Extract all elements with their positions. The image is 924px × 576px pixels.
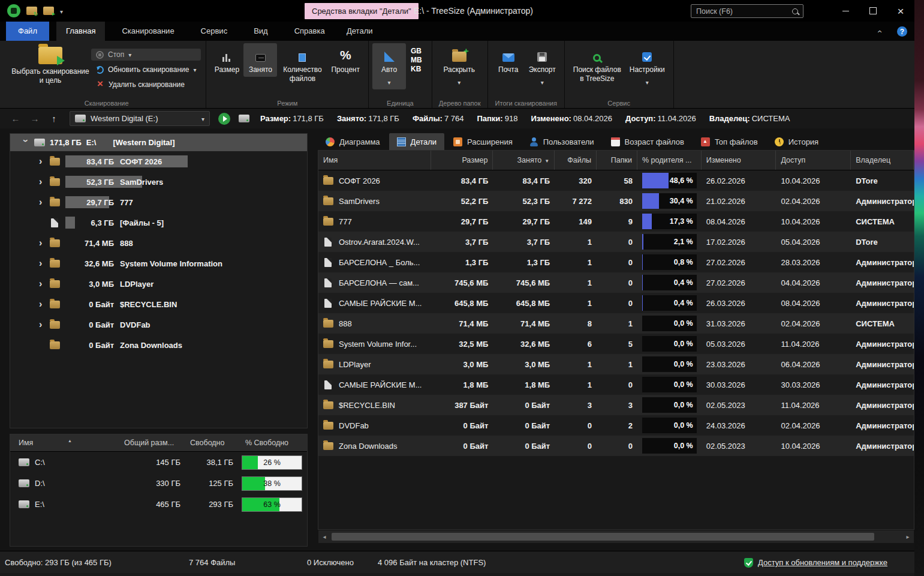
search-input[interactable]: Поиск (F6): [691, 4, 803, 18]
tab-help[interactable]: Справка: [285, 22, 335, 41]
scroll-left-icon[interactable]: [318, 530, 330, 543]
tree-item[interactable]: 6,3 ГБ [Файлы - 5]: [10, 212, 307, 233]
details-row[interactable]: 888 71,4 МБ 71,4 МБ 8 1 0,0 % 31.03.2026…: [318, 313, 914, 334]
drive-row[interactable]: E:\ 465 ГБ 293 ГБ 63 %: [10, 494, 307, 515]
drives-header-free[interactable]: Свободно: [186, 439, 240, 447]
details-row[interactable]: 777 29,7 ГБ 29,7 ГБ 149 9 17,3 % 08.04.2…: [318, 211, 914, 232]
chevron-right-icon[interactable]: [39, 177, 50, 187]
scan-target-combo[interactable]: Western Digital (E:): [70, 111, 210, 126]
tree-item[interactable]: 0 Байт DVDFab: [10, 314, 307, 335]
tree-item[interactable]: 29,7 ГБ 777: [10, 192, 307, 212]
up-button[interactable]: [47, 111, 61, 127]
chevron-right-icon[interactable]: [39, 197, 50, 207]
header-accessed[interactable]: Доступ: [776, 151, 851, 170]
tree-item[interactable]: 0 Байт $RECYCLE.BIN: [10, 294, 307, 314]
details-row[interactable]: $RECYCLE.BIN 387 Байт 0 Байт 3 3 0,0 % 0…: [318, 395, 914, 415]
unit-label[interactable]: GB: [411, 47, 422, 55]
scroll-right-icon[interactable]: [902, 530, 914, 543]
tree-item[interactable]: 52,3 ГБ SamDrivers: [10, 172, 307, 192]
tab-home[interactable]: Главная: [56, 22, 105, 41]
forward-button[interactable]: [28, 111, 42, 127]
details-row[interactable]: СОФТ 2026 83,4 ГБ 83,4 ГБ 320 58 48,6 % …: [318, 170, 914, 191]
unit-auto-button[interactable]: Авто: [372, 43, 406, 89]
drive-row[interactable]: C:\ 145 ГБ 38,1 ГБ 26 %: [10, 452, 307, 473]
view-tab[interactable]: Пользователи: [522, 133, 602, 150]
mail-button[interactable]: Почта: [492, 43, 525, 77]
settings-button[interactable]: Настройки: [626, 43, 669, 89]
quick-access-dropdown-icon[interactable]: [60, 5, 63, 16]
app-icon[interactable]: [7, 4, 20, 17]
drives-header-name[interactable]: Имя: [10, 439, 121, 447]
view-tab[interactable]: Топ файлов: [693, 133, 766, 150]
view-tab[interactable]: История: [767, 133, 826, 150]
tree-root-item[interactable]: 171,8 ГБ E:\ [Western Digital]: [10, 134, 307, 151]
expand-button[interactable]: Раскрыть: [436, 43, 483, 89]
details-row[interactable]: БАРСЕЛОНА — сам... 745,6 МБ 745,6 МБ 1 0…: [318, 272, 914, 293]
view-tab[interactable]: Возраст файлов: [603, 133, 692, 150]
header-percent-of-parent[interactable]: % родителя ...: [637, 151, 702, 170]
tab-details-context[interactable]: Детали: [337, 22, 383, 41]
minimize-button[interactable]: [832, 0, 859, 22]
scrollbar-thumb[interactable]: [332, 533, 874, 541]
updates-link[interactable]: Доступ к обновлениям и поддержке: [744, 551, 887, 574]
drives-header-total[interactable]: Общий разм...: [121, 439, 186, 447]
chevron-right-icon[interactable]: [39, 299, 50, 309]
view-tab[interactable]: Диаграмма: [318, 133, 388, 150]
delete-scan-button[interactable]: Удалить сканирование: [91, 79, 201, 91]
help-icon[interactable]: [897, 26, 907, 37]
header-allocated[interactable]: Занято: [493, 151, 555, 170]
maximize-button[interactable]: [859, 0, 887, 22]
tree-item[interactable]: 71,4 МБ 888: [10, 233, 307, 253]
tree-item[interactable]: 83,4 ГБ СОФТ 2026: [10, 151, 307, 172]
chevron-expanded-icon[interactable]: [21, 139, 31, 146]
chevron-right-icon[interactable]: [39, 279, 50, 289]
details-row[interactable]: САМЫЕ РАЙСКИЕ М... 645,8 МБ 645,8 МБ 1 0…: [318, 293, 914, 313]
stop-button[interactable]: Стоп: [91, 49, 201, 61]
header-folders[interactable]: Папки: [597, 151, 637, 170]
details-row[interactable]: DVDFab 0 Байт 0 Байт 0 2 0,0 % 24.03.202…: [318, 415, 914, 436]
tab-file[interactable]: Файл: [6, 22, 49, 41]
details-row[interactable]: БАРСЕЛОНА _ Боль... 1,3 ГБ 1,3 ГБ 1 0 0,…: [318, 252, 914, 272]
drive-row[interactable]: D:\ 330 ГБ 125 ГБ 38 %: [10, 473, 307, 494]
horizontal-scrollbar[interactable]: [318, 530, 914, 543]
header-files[interactable]: Файлы: [555, 151, 597, 170]
chevron-right-icon[interactable]: [39, 259, 50, 268]
header-owner[interactable]: Владелец: [851, 151, 914, 170]
header-modified[interactable]: Изменено: [702, 151, 776, 170]
unit-label[interactable]: KB: [411, 65, 422, 73]
tree-item[interactable]: 3,0 МБ LDPlayer: [10, 274, 307, 294]
details-row[interactable]: Ostrov.Ararat.2024.W... 3,7 ГБ 3,7 ГБ 1 …: [318, 232, 914, 252]
refresh-scan-button[interactable]: Обновить сканирование: [91, 64, 201, 76]
mode-size-button[interactable]: Размер: [210, 43, 243, 77]
back-button[interactable]: [8, 111, 23, 127]
mode-percent-button[interactable]: Процент: [327, 43, 363, 77]
start-scan-button[interactable]: [218, 113, 230, 125]
export-button[interactable]: Экспорт: [525, 43, 559, 89]
unit-label[interactable]: MB: [411, 56, 422, 64]
file-search-button[interactable]: Поиск файлов в TreeSize: [568, 43, 626, 86]
header-name[interactable]: Имя: [318, 151, 431, 170]
tab-view[interactable]: Вид: [244, 22, 278, 41]
details-row[interactable]: Zona Downloads 0 Байт 0 Байт 0 0 0,0 % 0…: [318, 436, 914, 456]
details-row[interactable]: LDPlayer 3,0 МБ 3,0 МБ 1 1 0,0 % 23.03.2…: [318, 354, 914, 374]
details-row[interactable]: System Volume Infor... 32,5 МБ 32,6 МБ 6…: [318, 334, 914, 354]
tab-scan[interactable]: Сканирование: [112, 22, 183, 41]
view-tab[interactable]: Расширения: [446, 133, 520, 150]
select-scan-button[interactable]: Выбрать сканирование и цель: [11, 43, 90, 85]
drives-header-pctfree[interactable]: % Свободно: [240, 439, 303, 447]
view-tab[interactable]: Детали: [389, 133, 445, 150]
mode-allocated-button[interactable]: Занято: [243, 43, 277, 77]
chevron-right-icon[interactable]: [39, 157, 50, 166]
quick-refresh-icon[interactable]: [26, 7, 37, 15]
details-row[interactable]: SamDrivers 52,2 ГБ 52,3 ГБ 7 272 830 30,…: [318, 191, 914, 211]
chevron-right-icon[interactable]: [39, 320, 50, 329]
header-size[interactable]: Размер: [431, 151, 493, 170]
tree-item[interactable]: 0 Байт Zona Downloads: [10, 335, 307, 355]
tab-tools[interactable]: Сервис: [191, 22, 237, 41]
chevron-right-icon[interactable]: [39, 238, 50, 248]
quick-open-icon[interactable]: [43, 7, 54, 15]
mode-filecount-button[interactable]: Количество файлов: [277, 43, 327, 86]
details-row[interactable]: САМЫЕ РАЙСКИЕ М... 1,8 МБ 1,8 МБ 1 0 0,0…: [318, 374, 914, 395]
close-button[interactable]: [887, 0, 914, 22]
tree-item[interactable]: 32,6 МБ System Volume Information: [10, 253, 307, 274]
